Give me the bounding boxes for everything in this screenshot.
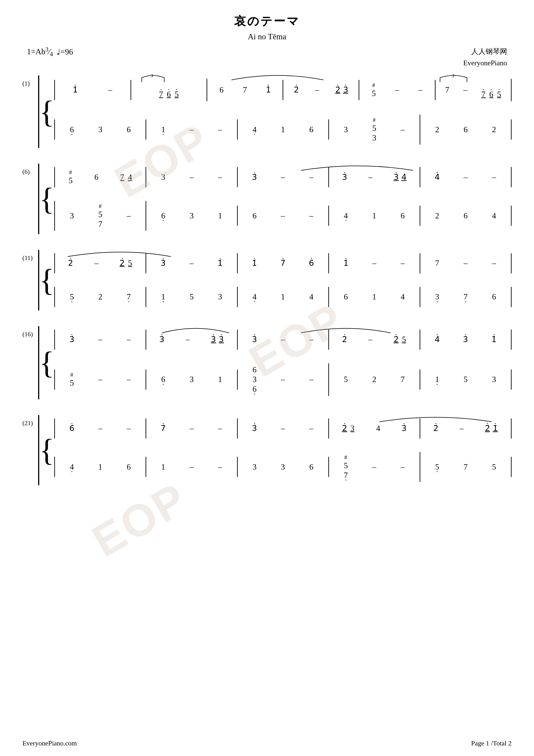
- system-number-4: (16): [22, 331, 33, 338]
- chord-b5m4: #5 7: [342, 454, 349, 480]
- footer-left: EveryonePiano.com: [22, 740, 77, 747]
- treble-row-3: 2̇ – 2̇ 5 3̇ – 1̇: [54, 250, 512, 277]
- page: EOP EOP EOP 哀のテーマ Ai no Tēma 1=Ab3⁄4 ♩=9…: [0, 0, 534, 756]
- note-b5m5-5: 5: [434, 462, 441, 472]
- note-b3m5-6: 6: [491, 292, 498, 302]
- note-t3m5-d1: –: [462, 258, 469, 268]
- b4-m5: 1 5 3: [420, 369, 512, 390]
- note-t4m4-5u: 5: [400, 335, 408, 344]
- treble-row-1: 3 3 1̇ –: [54, 75, 512, 104]
- b5-m1: 4 1 6: [54, 457, 146, 477]
- tempo-mark: ♩=96: [57, 47, 73, 57]
- note-b2m1-s5: #5: [97, 203, 104, 219]
- grand-staff-1: { 3 3: [38, 75, 512, 148]
- note-b4m5-3: 3: [491, 375, 498, 384]
- note-b3m5-3: 3: [434, 292, 441, 302]
- note-t4m2-d: –: [184, 335, 191, 344]
- note-t5m5-d: –: [458, 423, 465, 433]
- note-b4m2-6: 6: [160, 375, 167, 384]
- note-t2m1-4u: 4: [126, 173, 134, 182]
- grand-staff-2: { #5 6 7 4: [38, 164, 512, 234]
- t1-m6: 7 – 7 6 5: [436, 79, 512, 101]
- t2-m3: 3̇ – –: [238, 167, 329, 187]
- note-b2m3-d1: –: [279, 211, 287, 221]
- note-t4m3-d2: –: [308, 335, 315, 344]
- system-5: (21) { 6̇ – – 7̇: [22, 415, 512, 486]
- b5-m2: 1 – –: [146, 457, 238, 477]
- footer-right: Page 1 /Total 2: [471, 740, 512, 747]
- b1-m2: 1 – –: [146, 120, 238, 140]
- note-t2m1-7u: 7: [119, 173, 126, 182]
- note-t5m3-d2: –: [308, 423, 315, 433]
- note-t1m6-7: 7: [444, 85, 451, 95]
- note-t5m4-3u: 3: [349, 423, 356, 433]
- note-b3m4-1: 1: [371, 292, 378, 302]
- staff-pair-5: 6̇ – – 7̇ – – 3̇ – –: [54, 415, 512, 486]
- ngroup-t5m4a: 2̇ 3: [341, 423, 356, 433]
- t1-m3: 6 7 1̇: [207, 80, 283, 100]
- note-t3m1-2u: 2̇: [119, 258, 126, 268]
- note-b5m1-4: 4: [68, 462, 76, 472]
- note-t4m1-d1: –: [97, 335, 104, 344]
- note-b1m5-2: 2: [434, 125, 441, 134]
- note-t2m4-4u: 4̇: [400, 173, 408, 182]
- t5-m2: 7̇ – –: [146, 418, 238, 439]
- grand-staff-5: { 6̇ – – 7̇ –: [38, 415, 512, 486]
- t5-m3: 3̇ – –: [238, 418, 329, 439]
- ngroup-inner-t1m2: 7 6 5: [158, 90, 180, 99]
- note-t1m5-s5: #5: [370, 82, 377, 98]
- ngroup-t3m1: 2̇ 5: [119, 258, 134, 268]
- note-b2m5-2: 2: [434, 211, 441, 221]
- note-t4m3-3: 3̇: [251, 335, 258, 344]
- note-t1m4-dash: –: [314, 85, 321, 95]
- note-b1m4-s5: #5: [371, 117, 378, 133]
- b2-m1: 3 #5 7 –: [54, 201, 146, 231]
- note-b1m1-3: 3: [97, 125, 104, 134]
- note-b4m4-2: 2: [371, 375, 378, 384]
- note-b3m3-4b: 4: [308, 292, 315, 302]
- note-b5m4-7: 7: [342, 471, 349, 480]
- note-765-6: 6: [165, 90, 172, 99]
- note-t3m3-1: 1̇: [251, 258, 258, 268]
- brace-5: {: [39, 415, 54, 486]
- note-t2m4-3: 3̇: [341, 173, 348, 182]
- note-b3m4-6: 6: [342, 292, 349, 302]
- b5-m5: 5 7 5: [420, 457, 512, 477]
- note-group-t1m2: 7 6 5: [158, 90, 180, 99]
- key-tempo: 1=Ab3⁄4 ♩=96: [27, 46, 73, 58]
- note-b2m5-6: 6: [462, 211, 469, 221]
- note-t2m1-6: 6: [93, 173, 100, 182]
- note-b2m1-d: –: [125, 211, 132, 221]
- b2-m3: 6 – –: [238, 205, 329, 226]
- note-t3m2-3: 3̇: [160, 258, 167, 268]
- note-t5m4-3: 3̇: [400, 423, 408, 433]
- note-b4m3-3s: 3: [251, 375, 258, 384]
- note-t4m3-d1: –: [279, 335, 287, 344]
- note-b4m3-d1: –: [279, 375, 287, 384]
- treble-row-5: 6̇ – – 7̇ – – 3̇ – –: [54, 415, 512, 442]
- note-b4m2-1: 1: [216, 375, 224, 384]
- note-b4m4-5: 5: [342, 375, 349, 384]
- t3-m2: 3̇ – 1̇: [146, 253, 238, 273]
- system-number-3: (11): [22, 254, 33, 261]
- note-b3m4-4: 4: [399, 292, 406, 302]
- brace-2: {: [39, 164, 54, 234]
- note-b4m5-5: 5: [462, 375, 469, 384]
- note-t3m2-1: 1̇: [216, 258, 224, 268]
- t4-m3: 3̇ – –: [238, 330, 329, 350]
- note-t5m1-6: 6̇: [68, 423, 76, 433]
- note-t5m2-d1: –: [188, 423, 195, 433]
- note-t3m3-6: 6̇: [308, 258, 315, 268]
- note-t4m4-d: –: [367, 335, 374, 344]
- b4-m3: 6 3 6 – –: [238, 363, 329, 396]
- note-t1m6-6: 6: [488, 90, 495, 99]
- key-signature: 1=Ab3⁄4: [27, 46, 53, 58]
- note-b4m3-d2: –: [308, 375, 315, 384]
- note-b4m2-3: 3: [188, 375, 195, 384]
- note-t5m4-4: 4: [374, 423, 382, 433]
- note-t5m5-2: 2̇: [432, 423, 439, 433]
- note-b3m2-5: 5: [188, 292, 195, 302]
- ngroup-inner-t1m4: 2̇ 3̇: [334, 85, 349, 95]
- note-b2m1-7: 7: [97, 219, 104, 229]
- staff-sep-5: [54, 442, 512, 449]
